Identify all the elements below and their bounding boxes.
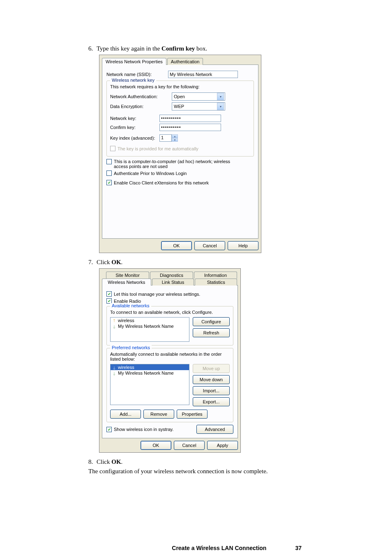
- list-item[interactable]: ⍑ wireless: [111, 318, 189, 323]
- adhoc-checkbox[interactable]: [106, 159, 112, 164]
- page-footer: Create a Wireless LAN Connection 37: [88, 545, 343, 551]
- network-key-input[interactable]: ••••••••••: [159, 115, 221, 122]
- antenna-icon: ⍑: [112, 318, 116, 323]
- antenna-icon: ⍊: [112, 324, 116, 329]
- remove-button[interactable]: Remove: [143, 410, 174, 419]
- auth-select[interactable]: Open ▾: [172, 92, 225, 101]
- cancel-button[interactable]: Cancel: [194, 241, 225, 250]
- auth-label: Network Authentication:: [110, 94, 172, 99]
- tab-site-monitor[interactable]: Site Monitor: [106, 272, 149, 279]
- chevron-down-icon: ▾: [217, 93, 224, 100]
- footer-title: Create a Wireless LAN Connection: [172, 545, 266, 551]
- wireless-networks-dialog: Site Monitor Diagnostics Information Wir…: [99, 268, 241, 453]
- let-tool-label: Let this tool manage your wireless setti…: [114, 292, 200, 297]
- systray-checkbox[interactable]: ✔: [106, 427, 112, 432]
- move-up-button: Move up: [193, 364, 230, 373]
- systray-label: Show wireless icon in systray.: [114, 427, 173, 432]
- ssid-label: Network name (SSID):: [106, 72, 168, 77]
- properties-button[interactable]: Properties: [177, 410, 208, 419]
- enc-label: Data Encryption:: [110, 104, 172, 109]
- encryption-select[interactable]: WEP ▾: [172, 102, 225, 111]
- configure-button[interactable]: Configure: [193, 317, 230, 326]
- available-networks-list[interactable]: ⍑ wireless ⍊ My Wireless Network Name: [110, 317, 189, 342]
- ssid-input[interactable]: [168, 71, 238, 78]
- tab-diagnostics[interactable]: Diagnostics: [150, 272, 193, 279]
- let-tool-checkbox[interactable]: ✔: [106, 291, 112, 297]
- keyidx-label: Key index (advanced):: [110, 136, 159, 140]
- apply-button[interactable]: Apply: [207, 441, 238, 450]
- export-button[interactable]: Export...: [193, 397, 230, 406]
- step-7: 7. Click OK.: [88, 259, 343, 266]
- chevron-down-icon: ▾: [217, 103, 224, 110]
- ok-button[interactable]: OK: [141, 441, 171, 450]
- tab-statistics[interactable]: Statistics: [195, 279, 237, 286]
- page-number: 37: [295, 545, 302, 551]
- preferred-desc: Automatically connect to available netwo…: [110, 352, 230, 362]
- step-text: Click OK.: [97, 259, 122, 266]
- preferred-networks-title: Preferred networks: [110, 345, 152, 350]
- step-number: 8.: [88, 458, 97, 465]
- cisco-checkbox[interactable]: ✔: [106, 180, 112, 185]
- refresh-button[interactable]: Refresh: [193, 328, 230, 337]
- group-wireless-key: Wireless network key: [110, 78, 156, 83]
- preferred-networks-list[interactable]: ⍊ wireless ⍊ My Wireless Network Name: [110, 364, 189, 405]
- antenna-icon: ⍊: [112, 371, 116, 375]
- tab-information[interactable]: Information: [194, 272, 237, 279]
- tab-authentication[interactable]: Authentication: [167, 58, 203, 65]
- adhoc-label: This is a computer-to-computer (ad hoc) …: [114, 159, 237, 169]
- tab-wireless-networks[interactable]: Wireless Networks: [102, 279, 151, 286]
- auth-prior-label: Authenticate Prior to Windows Login: [114, 171, 187, 176]
- wireless-properties-dialog: Wireless Network Properties Authenticati…: [99, 55, 261, 253]
- help-button[interactable]: Help: [228, 241, 258, 250]
- spinner-down-icon[interactable]: ▼: [172, 138, 178, 142]
- auth-prior-checkbox[interactable]: [106, 170, 112, 176]
- add-button[interactable]: Add...: [110, 410, 141, 419]
- list-item[interactable]: ⍊ wireless: [111, 364, 189, 370]
- list-item[interactable]: ⍊ My Wireless Network Name: [111, 323, 189, 329]
- auto-key-label: The key is provided for me automatically: [118, 146, 198, 151]
- cancel-button[interactable]: Cancel: [174, 441, 205, 450]
- step-number: 7.: [88, 259, 97, 266]
- enable-radio-label: Enable Radio: [114, 299, 141, 304]
- key-index-stepper[interactable]: 1 ▲ ▼: [159, 134, 178, 142]
- confkey-label: Confirm key:: [110, 125, 159, 130]
- netkey-label: Network key:: [110, 116, 159, 121]
- step-8: 8. Click OK.: [88, 458, 343, 465]
- step-6: 6. Type this key again in the Confirm ke…: [88, 45, 343, 52]
- import-button[interactable]: Import...: [193, 386, 230, 395]
- ok-button[interactable]: OK: [161, 241, 192, 250]
- confirm-key-input[interactable]: ••••••••••: [159, 124, 221, 131]
- tab-link-status[interactable]: Link Status: [152, 279, 194, 286]
- move-down-button[interactable]: Move down: [193, 375, 230, 384]
- step-text: Type this key again in the Confirm key b…: [97, 45, 207, 52]
- auto-key-checkbox: [110, 146, 115, 151]
- cisco-label: Enable Cisco Client eXtensions for this …: [114, 180, 209, 185]
- available-networks-title: Available networks: [110, 303, 151, 308]
- step-number: 6.: [88, 45, 97, 52]
- available-desc: To connect to an available network, clic…: [110, 310, 230, 315]
- advanced-button[interactable]: Advanced: [196, 425, 233, 434]
- requires-text: This network requires a key for the foll…: [110, 84, 250, 89]
- step-text: Click OK.: [97, 458, 122, 465]
- spinner-up-icon[interactable]: ▲: [172, 134, 178, 138]
- closing-text: The configuration of your wireless netwo…: [88, 468, 343, 475]
- list-item[interactable]: ⍊ My Wireless Network Name: [111, 370, 189, 376]
- tab-wireless-properties[interactable]: Wireless Network Properties: [102, 58, 166, 65]
- antenna-icon: ⍊: [112, 365, 116, 370]
